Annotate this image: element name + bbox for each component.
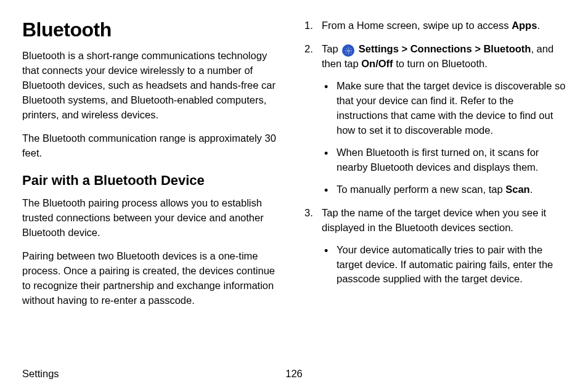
step-2-bullet-3-scan: Scan	[505, 184, 529, 195]
step-3: Tap the name of the target device when y…	[304, 206, 566, 287]
left-column: Bluetooth Bluetooth is a short-range com…	[22, 18, 284, 356]
step-2-bullet-3-suffix: .	[530, 184, 533, 195]
heading-bluetooth: Bluetooth	[22, 18, 284, 41]
intro-paragraph-2: The Bluetooth communication range is app…	[22, 131, 284, 161]
step-3-bullets: Your device automatically tries to pair …	[322, 243, 566, 287]
step-3-text: Tap the name of the target device when y…	[322, 207, 546, 233]
step-2-tap: Tap	[322, 43, 341, 54]
steps-list: From a Home screen, swipe up to access A…	[304, 18, 566, 287]
step-2-end: to turn on Bluetooth.	[393, 58, 488, 69]
heading-pair: Pair with a Bluetooth Device	[22, 173, 284, 189]
step-2-bullet-3: To manually perform a new scan, tap Scan…	[322, 182, 566, 197]
svg-point-0	[348, 50, 349, 52]
pair-paragraph-1: The Bluetooth pairing process allows you…	[22, 196, 284, 240]
step-2-bullet-1: Make sure that the target device is disc…	[322, 79, 566, 138]
step-2-connections: Connections	[410, 43, 472, 54]
step-2: Tap Settings > Connections > Bluetooth, …	[304, 42, 566, 197]
pair-paragraph-2: Pairing between two Bluetooth devices is…	[22, 249, 284, 308]
step-1-text: From a Home screen, swipe up to access	[322, 20, 512, 31]
footer-page-number: 126	[285, 368, 303, 380]
step-1: From a Home screen, swipe up to access A…	[304, 18, 566, 33]
step-2-bullets: Make sure that the target device is disc…	[322, 79, 566, 197]
step-2-bluetooth: Bluetooth	[483, 43, 531, 54]
settings-icon	[342, 44, 354, 57]
step-2-sep2: >	[472, 43, 484, 54]
step-2-settings: Settings	[356, 43, 399, 54]
footer-section: Settings	[22, 368, 59, 380]
page-footer: Settings 126	[22, 368, 566, 380]
step-2-bullet-2: When Bluetooth is first turned on, it sc…	[322, 145, 566, 175]
right-column: From a Home screen, swipe up to access A…	[304, 18, 566, 356]
step-1-suffix: .	[537, 20, 540, 31]
step-1-apps: Apps	[512, 20, 537, 31]
page-columns: Bluetooth Bluetooth is a short-range com…	[22, 18, 566, 356]
step-3-bullet-1: Your device automatically tries to pair …	[322, 243, 566, 287]
step-2-sep1: >	[399, 43, 410, 54]
intro-paragraph-1: Bluetooth is a short-range communication…	[22, 49, 284, 123]
step-2-bullet-3-prefix: To manually perform a new scan, tap	[337, 184, 505, 195]
step-2-onoff: On/Off	[361, 58, 393, 69]
